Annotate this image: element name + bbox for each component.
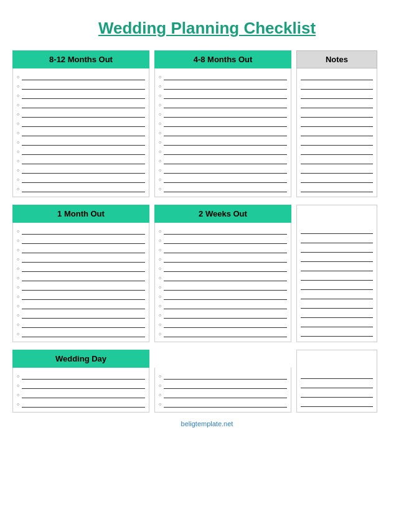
bullet: ○ (159, 257, 161, 261)
item-line (22, 292, 145, 300)
bullet: ○ (17, 131, 19, 135)
footer: beligtemplate.net (12, 420, 402, 427)
bullet: ○ (159, 402, 161, 406)
note-line (301, 91, 373, 99)
list-item: ○ (17, 372, 145, 380)
bullet: ○ (159, 294, 161, 299)
page-title: Wedding Planning Checklist (12, 19, 402, 38)
item-line (164, 91, 287, 99)
notes-section-bottom (296, 350, 377, 413)
note-line (301, 245, 373, 253)
list-item: ○ (17, 381, 145, 389)
bullet: ○ (17, 84, 19, 88)
item-line (22, 311, 145, 319)
list-item: ○ (17, 255, 145, 263)
bullet: ○ (159, 248, 161, 252)
note-line (301, 110, 373, 118)
list-item: ○ (159, 185, 287, 192)
footer-text: beligtemplate.net (181, 420, 233, 427)
item-line (164, 157, 287, 164)
list-item: ○ (159, 147, 287, 155)
bullet: ○ (17, 257, 19, 261)
item-line (22, 82, 145, 90)
bullet: ○ (159, 103, 161, 107)
list-item: ○ (159, 227, 287, 235)
note-line (301, 292, 373, 299)
list-item: ○ (17, 302, 145, 309)
body-wedding-day-right: ○ ○ ○ ○ (154, 368, 291, 413)
top-row: 8-12 Months Out ○ ○ ○ ○ ○ ○ ○ ○ ○ ○ ○ ○ … (12, 50, 402, 197)
item-line (164, 264, 287, 272)
bullet: ○ (159, 304, 161, 308)
note-line (301, 147, 373, 155)
bullet: ○ (17, 304, 19, 308)
note-line (301, 236, 373, 243)
item-line (22, 246, 145, 253)
list-item: ○ (159, 236, 287, 244)
item-line (164, 73, 287, 80)
body-4-8-months: ○ ○ ○ ○ ○ ○ ○ ○ ○ ○ ○ ○ ○ (154, 68, 291, 197)
item-line (22, 129, 145, 136)
list-item: ○ (17, 227, 145, 235)
notes-section-top: Notes (296, 50, 377, 197)
mid-row: 1 Month Out ○ ○ ○ ○ ○ ○ ○ ○ ○ ○ ○ ○ 2 We… (12, 205, 402, 342)
bullet: ○ (17, 332, 19, 336)
item-line (164, 400, 287, 408)
list-item: ○ (17, 82, 145, 90)
list-item: ○ (17, 274, 145, 281)
list-item: ○ (159, 166, 287, 174)
item-line (22, 227, 145, 235)
item-line (164, 147, 287, 155)
list-item: ○ (159, 129, 287, 136)
item-line (22, 73, 145, 80)
bullet: ○ (159, 121, 161, 126)
item-line (22, 283, 145, 291)
bullet: ○ (159, 322, 161, 327)
list-item: ○ (17, 283, 145, 291)
bottom-row: Wedding Day ○ ○ ○ ○ Wedding Day ○ ○ ○ ○ (12, 350, 402, 413)
bullet: ○ (17, 187, 19, 191)
bullet: ○ (17, 229, 19, 233)
item-line (164, 110, 287, 118)
list-item: ○ (17, 320, 145, 328)
bullet: ○ (159, 93, 161, 98)
list-item: ○ (159, 292, 287, 300)
item-line (164, 185, 287, 192)
item-line (164, 372, 287, 380)
list-item: ○ (159, 381, 287, 389)
notes-body-bottom (296, 367, 377, 413)
note-line (301, 273, 373, 281)
item-line (164, 129, 287, 136)
list-item: ○ (159, 400, 287, 408)
list-item: ○ (17, 91, 145, 99)
item-line (22, 255, 145, 263)
note-line (301, 166, 373, 174)
item-line (164, 330, 287, 337)
item-line (22, 166, 145, 174)
item-line (22, 391, 145, 398)
bullet: ○ (159, 177, 161, 182)
list-item: ○ (159, 330, 287, 337)
item-line (22, 147, 145, 155)
note-line (301, 320, 373, 327)
bullet: ○ (17, 402, 19, 406)
note-line (301, 254, 373, 262)
item-line (22, 381, 145, 389)
note-line (301, 73, 373, 80)
list-item: ○ (17, 311, 145, 319)
bullet: ○ (17, 285, 19, 289)
item-line (164, 320, 287, 328)
section-8-12-months: 8-12 Months Out ○ ○ ○ ○ ○ ○ ○ ○ ○ ○ ○ ○ … (12, 50, 149, 197)
bullet: ○ (159, 112, 161, 116)
section-wedding-day-right: Wedding Day ○ ○ ○ ○ (154, 350, 291, 413)
note-line (301, 371, 373, 379)
bullet: ○ (159, 266, 161, 271)
item-line (22, 185, 145, 192)
note-line (301, 282, 373, 290)
note-line (301, 264, 373, 271)
bullet: ○ (17, 374, 19, 378)
note-line (301, 129, 373, 136)
item-line (164, 255, 287, 263)
list-item: ○ (159, 101, 287, 108)
list-item: ○ (17, 110, 145, 118)
